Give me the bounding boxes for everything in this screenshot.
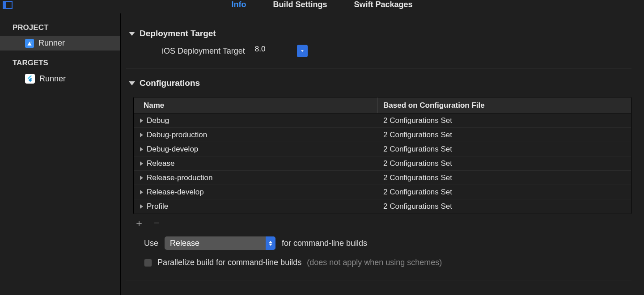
table-row[interactable]: Release2 Configurations Set [134, 156, 631, 171]
table-footer: ＋ − [126, 214, 631, 234]
config-file: 2 Configurations Set [378, 202, 631, 211]
tab-swift-packages[interactable]: Swift Packages [354, 0, 412, 9]
disclosure-triangle-icon [129, 32, 135, 36]
sidebar-heading-project: PROJECT [0, 20, 120, 36]
deployment-target-value[interactable]: 8.0 [251, 45, 297, 57]
disclosure-triangle-icon[interactable] [140, 161, 143, 166]
config-name: Release-production [147, 173, 212, 182]
section-title: Configurations [140, 78, 200, 88]
disclosure-triangle-icon[interactable] [140, 118, 143, 123]
disclosure-triangle-icon[interactable] [140, 190, 143, 194]
tab-build-settings[interactable]: Build Settings [273, 0, 327, 9]
deployment-target-label: iOS Deployment Target [162, 46, 245, 56]
use-label-prefix: Use [144, 239, 158, 248]
table-header: Name Based on Configuration File [134, 97, 631, 114]
sidebar-item-target-runner[interactable]: Runner [0, 71, 120, 86]
disclosure-triangle-icon[interactable] [140, 133, 143, 137]
deployment-target-combo[interactable]: 8.0 [251, 45, 308, 57]
config-name: Debug-production [147, 131, 207, 139]
use-label-suffix: for command-line builds [282, 239, 367, 248]
config-name: Debug [147, 116, 169, 125]
disclosure-triangle-icon [129, 81, 135, 85]
sidebar-heading-targets: TARGETS [0, 51, 120, 71]
section-title: Deployment Target [140, 29, 216, 38]
section-deployment-target: Deployment Target iOS Deployment Target … [126, 27, 631, 68]
sidebar-item-project-runner[interactable]: Runner [0, 36, 120, 51]
section-header-configurations[interactable]: Configurations [126, 76, 631, 94]
sidebar-item-label: Runner [38, 38, 65, 48]
config-file: 2 Configurations Set [378, 131, 631, 139]
table-row[interactable]: Debug-develop2 Configurations Set [134, 142, 631, 156]
updown-chevron-icon [266, 236, 275, 250]
remove-button[interactable]: − [154, 219, 160, 228]
table-row[interactable]: Release-production2 Configurations Set [134, 171, 631, 185]
disclosure-triangle-icon[interactable] [140, 176, 143, 180]
build-config-select[interactable]: Release [165, 236, 275, 250]
svg-point-0 [30, 41, 31, 42]
add-button[interactable]: ＋ [134, 219, 144, 228]
editor-tabbar: Info Build Settings Swift Packages [0, 0, 644, 13]
column-header-file[interactable]: Based on Configuration File [378, 101, 631, 110]
config-file: 2 Configurations Set [378, 173, 631, 182]
parallelize-hint: (does not apply when using schemes) [307, 258, 442, 267]
table-row[interactable]: Release-develop2 Configurations Set [134, 185, 631, 199]
parallelize-checkbox[interactable] [144, 259, 152, 267]
table-row[interactable]: Debug2 Configurations Set [134, 114, 631, 128]
xcodeproj-icon [25, 39, 34, 48]
flutter-icon [25, 74, 35, 84]
config-file: 2 Configurations Set [378, 116, 631, 125]
config-name: Release-develop [147, 188, 204, 197]
config-file: 2 Configurations Set [378, 159, 631, 168]
configurations-table: Name Based on Configuration File Debug2 … [133, 97, 631, 214]
section-configurations: Configurations Name Based on Configurati… [126, 76, 631, 281]
project-sidebar: PROJECT Runner TARGETS Runner [0, 13, 121, 295]
disclosure-triangle-icon[interactable] [140, 147, 143, 152]
table-row[interactable]: Debug-production2 Configurations Set [134, 128, 631, 142]
tab-info[interactable]: Info [231, 0, 246, 9]
config-name: Debug-develop [147, 145, 198, 154]
chevron-down-icon[interactable] [297, 45, 308, 57]
main-panel: Deployment Target iOS Deployment Target … [121, 13, 644, 295]
config-file: 2 Configurations Set [378, 145, 631, 154]
column-header-name[interactable]: Name [134, 97, 378, 113]
panel-toggle-icon[interactable] [3, 1, 13, 9]
disclosure-triangle-icon[interactable] [140, 204, 143, 209]
sidebar-item-label: Runner [39, 74, 66, 84]
parallelize-label: Parallelize build for command-line build… [157, 258, 301, 267]
config-file: 2 Configurations Set [378, 188, 631, 197]
config-name: Profile [147, 202, 168, 211]
section-header-deployment[interactable]: Deployment Target [126, 27, 631, 45]
config-name: Release [147, 159, 174, 168]
table-row[interactable]: Profile2 Configurations Set [134, 199, 631, 214]
select-value: Release [170, 239, 266, 248]
